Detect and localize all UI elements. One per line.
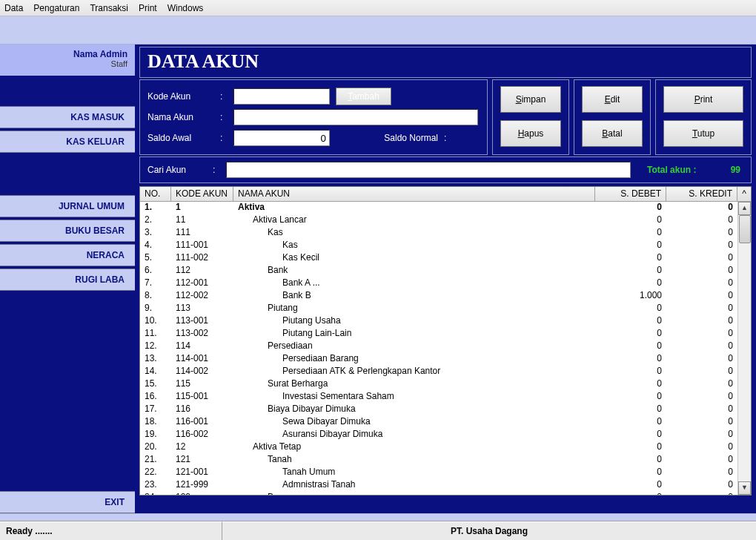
table-row[interactable]: 5.111-002Kas Kecil00 xyxy=(140,252,751,265)
content: DATA AKUN Kode Akun : Tambah Nama Akun :… xyxy=(135,45,756,521)
button-column-1: Simpan Hapus xyxy=(492,79,569,155)
tambah-button[interactable]: Tambah xyxy=(336,88,391,105)
table-row[interactable]: 2.11Aktiva Lancar00 xyxy=(140,214,751,227)
sidebar-item-buku-besar[interactable]: BUKU BESAR xyxy=(0,220,135,242)
search-panel: Cari Akun : Total akun : 99 xyxy=(139,157,752,183)
user-name: Nama Admin xyxy=(7,49,127,59)
table-row[interactable]: 4.111-001Kas00 xyxy=(140,240,751,252)
table-row[interactable]: 8.112-002Bank B1.0000 xyxy=(140,290,751,303)
button-column-2: Edit Batal xyxy=(574,79,651,155)
label-saldo-awal: Saldo Awal xyxy=(147,133,214,143)
tutup-button[interactable]: Tutup xyxy=(663,120,743,147)
hapus-button[interactable]: Hapus xyxy=(500,120,561,147)
vertical-scrollbar[interactable]: ▲ ▼ xyxy=(737,202,751,495)
user-role: Staff xyxy=(7,59,127,68)
scroll-down-button[interactable]: ▼ xyxy=(738,481,751,495)
sidebar-item-kas-keluar[interactable]: KAS KELUAR xyxy=(0,131,135,153)
menu-transaksi[interactable]: Transaksi xyxy=(90,3,128,13)
table-row[interactable]: 7.112-001Bank A ...00 xyxy=(140,277,751,290)
edit-button[interactable]: Edit xyxy=(582,86,643,113)
print-button[interactable]: Print xyxy=(663,86,743,113)
form-panel: Kode Akun : Tambah Nama Akun : Saldo Awa… xyxy=(139,79,488,155)
table-row[interactable]: 16.115-001Investasi Sementara Saham00 xyxy=(140,391,751,404)
search-input[interactable] xyxy=(226,162,631,178)
statusbar: Ready ....... PT. Usaha Dagang xyxy=(0,521,756,540)
sidebar-item-rugi-laba[interactable]: RUGI LABA xyxy=(0,269,135,291)
label-saldo-normal: Saldo Normal xyxy=(384,133,438,143)
sidebar-item-kas-masuk[interactable]: KAS MASUK xyxy=(0,106,135,128)
title-panel: DATA AKUN xyxy=(139,47,752,78)
label-cari-akun: Cari Akun xyxy=(147,165,207,175)
table-row[interactable]: 23.121-999Admnistrasi Tanah00 xyxy=(140,479,751,492)
menu-print[interactable]: Print xyxy=(139,3,157,13)
sidebar: Nama Admin Staff KAS MASUK KAS KELUAR JU… xyxy=(0,45,135,521)
scroll-up-button[interactable]: ▲ xyxy=(738,202,751,215)
label-nama-akun: Nama Akun xyxy=(147,112,214,122)
menu-data[interactable]: Data xyxy=(4,3,23,13)
table-row[interactable]: 15.115Surat Berharga00 xyxy=(140,378,751,391)
header-no[interactable]: NO. xyxy=(140,187,171,201)
user-box: Nama Admin Staff xyxy=(0,45,135,77)
simpan-button[interactable]: Simpan xyxy=(500,86,561,113)
label-kode-akun: Kode Akun xyxy=(147,91,214,102)
sidebar-item-neraca[interactable]: NERACA xyxy=(0,244,135,266)
header-scroll-corner: ^ xyxy=(737,187,751,201)
table-row[interactable]: 22.121-001Tanah Umum00 xyxy=(140,467,751,479)
page-title: DATA AKUN xyxy=(147,50,743,73)
menu-pengaturan[interactable]: Pengaturan xyxy=(33,3,79,13)
grid-header: NO. KODE AKUN NAMA AKUN S. DEBET S. KRED… xyxy=(140,187,751,202)
header-kode-akun[interactable]: KODE AKUN xyxy=(171,187,233,201)
status-ready: Ready ....... xyxy=(0,521,222,540)
header-nama-akun[interactable]: NAMA AKUN xyxy=(233,187,595,201)
batal-button[interactable]: Batal xyxy=(582,120,643,147)
grid-body: 1.1Aktiva002.11Aktiva Lancar003.111Kas00… xyxy=(140,202,751,495)
table-row[interactable]: 6.112Bank00 xyxy=(140,265,751,277)
sidebar-item-jurnal-umum[interactable]: JURNAL UMUM xyxy=(0,195,135,217)
table-row[interactable]: 3.111Kas00 xyxy=(140,227,751,240)
toolbar xyxy=(0,16,756,45)
table-row[interactable]: 20.12Aktiva Tetap00 xyxy=(140,441,751,454)
table-row[interactable]: 1.1Aktiva00 xyxy=(140,202,751,214)
table-row[interactable]: 9.113Piutang00 xyxy=(140,303,751,315)
table-row[interactable]: 21.121Tanah00 xyxy=(140,454,751,467)
header-s-debet[interactable]: S. DEBET xyxy=(595,187,666,201)
table-row[interactable]: 24.122Bangunan00 xyxy=(140,492,751,495)
button-column-3: Print Tutup xyxy=(655,79,752,155)
table-row[interactable]: 19.116-002Asuransi Dibayar Dimuka00 xyxy=(140,429,751,441)
status-company: PT. Usaha Dagang xyxy=(222,521,756,540)
table-row[interactable]: 11.113-002Piutang Lain-Lain00 xyxy=(140,328,751,340)
grid-wrap: NO. KODE AKUN NAMA AKUN S. DEBET S. KRED… xyxy=(139,186,752,495)
divider xyxy=(0,513,756,521)
header-s-kredit[interactable]: S. KREDIT xyxy=(666,187,737,201)
saldo-awal-input[interactable] xyxy=(233,130,330,146)
kode-akun-input[interactable] xyxy=(233,88,330,105)
table-row[interactable]: 18.116-001Sewa Dibayar Dimuka00 xyxy=(140,416,751,429)
total-akun-value: 99 xyxy=(718,165,740,175)
total-akun-label: Total akun : xyxy=(647,165,712,175)
table-row[interactable]: 12.114Persediaan00 xyxy=(140,340,751,353)
menu-windows[interactable]: Windows xyxy=(168,3,204,13)
nama-akun-input[interactable] xyxy=(233,109,478,125)
table-row[interactable]: 14.114-002Persediaan ATK & Perlengkapan … xyxy=(140,366,751,378)
table-row[interactable]: 13.114-001Persediaan Barang00 xyxy=(140,353,751,366)
table-row[interactable]: 17.116Biaya Dibayar Dimuka00 xyxy=(140,404,751,416)
scroll-thumb[interactable] xyxy=(739,215,751,243)
menubar: Data Pengaturan Transaksi Print Windows xyxy=(0,0,756,16)
table-row[interactable]: 10.113-001Piutang Usaha00 xyxy=(140,315,751,328)
exit-button[interactable]: EXIT xyxy=(0,491,135,513)
